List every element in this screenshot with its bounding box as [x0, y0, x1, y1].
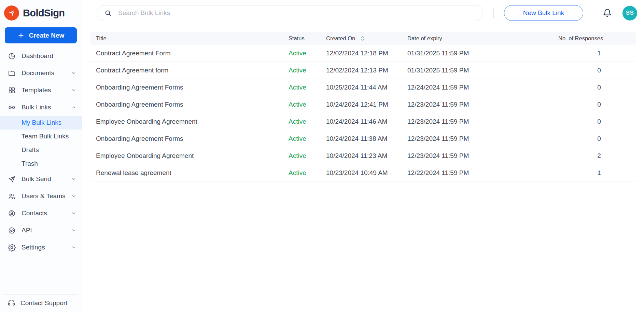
- dashboard-pie-icon: [8, 52, 16, 60]
- cell-status-badge: Active: [289, 152, 326, 160]
- chevron-down-icon: [71, 71, 76, 76]
- cell-status-badge: Active: [289, 67, 326, 74]
- sidebar-item-team-bulk-links[interactable]: Team Bulk Links: [0, 130, 82, 143]
- plus-icon: [17, 32, 25, 39]
- cell-status-badge: Active: [289, 135, 326, 143]
- sidebar-subitem-label: My Bulk Links: [22, 119, 61, 126]
- chevron-down-icon: [71, 211, 76, 216]
- column-header-date-of-expiry: Date of expiry: [407, 35, 558, 42]
- table-body: Contract Agreement Form Active 12/02/202…: [90, 45, 636, 181]
- cell-date-of-expiry: 12/24/2024 11:59 PM: [407, 84, 558, 91]
- table-row[interactable]: Onboarding Agreement Forms Active 10/24/…: [90, 130, 636, 147]
- column-header-status: Status: [289, 35, 326, 42]
- create-new-label: Create New: [29, 32, 65, 39]
- sidebar-item-my-bulk-links[interactable]: My Bulk Links: [0, 116, 82, 130]
- table-row[interactable]: Onboarding Agreement Forms Active 10/24/…: [90, 96, 636, 113]
- column-header-title: Title: [96, 35, 289, 42]
- sidebar-item-users-teams[interactable]: Users & Teams: [0, 188, 82, 205]
- cell-date-of-expiry: 12/22/2024 11:59 PM: [407, 169, 558, 177]
- main-content: New Bulk Link SS Title Status Created On…: [82, 0, 644, 312]
- sidebar-item-label: API: [22, 227, 32, 234]
- paper-plane-icon: [8, 175, 16, 183]
- table-row[interactable]: Renewal lease agreement Active 10/23/202…: [90, 164, 636, 181]
- sidebar-item-trash[interactable]: Trash: [0, 157, 82, 171]
- search-icon: [104, 10, 112, 17]
- sidebar-item-bulk-send[interactable]: Bulk Send: [0, 171, 82, 188]
- search-input[interactable]: [117, 9, 477, 17]
- cell-responses-count: 0: [558, 67, 630, 74]
- cell-title: Onboarding Agreement Forms: [96, 84, 289, 91]
- headset-icon: [8, 299, 15, 307]
- cell-status-badge: Active: [289, 84, 326, 91]
- sidebar-item-bulk-links[interactable]: Bulk Links: [0, 99, 82, 116]
- chevron-down-icon: [71, 177, 76, 181]
- cell-date-of-expiry: 12/23/2024 11:59 PM: [407, 135, 558, 143]
- table-row[interactable]: Contract Agreement Form Active 12/02/202…: [90, 45, 636, 62]
- sidebar-item-api[interactable]: API: [0, 222, 82, 239]
- brand-name: BoldSign: [23, 8, 65, 19]
- chevron-down-icon: [71, 88, 76, 93]
- user-avatar[interactable]: SS: [622, 6, 637, 21]
- cell-status-badge: Active: [289, 101, 326, 108]
- sidebar-nav: Dashboard Documents Templates: [0, 48, 82, 256]
- cell-created-on: 10/25/2024 11:44 AM: [326, 84, 407, 91]
- table-row[interactable]: Employee Onboarding Agreement Active 10/…: [90, 147, 636, 164]
- cell-date-of-expiry: 12/23/2024 11:59 PM: [407, 101, 558, 108]
- sidebar-item-templates[interactable]: Templates: [0, 82, 82, 99]
- cell-created-on: 12/02/2024 12:18 PM: [326, 50, 407, 57]
- cell-created-on: 10/24/2024 11:38 AM: [326, 135, 407, 143]
- cell-responses-count: 2: [558, 152, 630, 160]
- chevron-up-icon: [71, 105, 76, 110]
- cell-responses-count: 0: [558, 135, 630, 143]
- bulk-links-table: Title Status Created On Date of expiry N…: [90, 32, 636, 181]
- sidebar-item-label: Templates: [22, 86, 51, 94]
- table-row[interactable]: Employee Onboarding Agreemnent Active 10…: [90, 113, 636, 130]
- new-bulk-link-button[interactable]: New Bulk Link: [504, 5, 583, 21]
- create-new-button[interactable]: Create New: [5, 27, 77, 43]
- sidebar-item-label: Users & Teams: [22, 192, 65, 200]
- column-header-created-on: Created On: [326, 35, 407, 42]
- sidebar-item-drafts[interactable]: Drafts: [0, 143, 82, 157]
- cell-title: Contract Agreement form: [96, 67, 289, 74]
- sidebar-item-label: Bulk Send: [22, 175, 51, 183]
- cell-date-of-expiry: 01/31/2025 11:59 PM: [407, 50, 558, 57]
- chevron-down-icon: [71, 228, 76, 233]
- cell-title: Renewal lease agreement: [96, 169, 289, 177]
- cell-created-on: 10/24/2024 11:46 AM: [326, 118, 407, 125]
- cell-title: Employee Onboarding Agreement: [96, 152, 289, 160]
- cell-title: Onboarding Agreement Forms: [96, 135, 289, 143]
- table-row[interactable]: Onboarding Agreement Forms Active 10/25/…: [90, 79, 636, 96]
- brand-logo[interactable]: BoldSign: [0, 0, 82, 23]
- folder-icon: [8, 69, 16, 77]
- column-header-responses: No. of Responses: [558, 35, 630, 42]
- cell-responses-count: 0: [558, 118, 630, 125]
- sidebar-item-documents[interactable]: Documents: [0, 65, 82, 82]
- cell-title: Onboarding Agreement Forms: [96, 101, 289, 108]
- contact-support-button[interactable]: Contact Support: [4, 294, 78, 312]
- search-box[interactable]: [97, 5, 483, 21]
- code-circle-icon: [8, 227, 16, 234]
- cell-title: Contract Agreement Form: [96, 50, 289, 57]
- notifications-bell-icon[interactable]: [603, 9, 612, 18]
- cell-responses-count: 1: [558, 169, 630, 177]
- users-icon: [8, 192, 16, 200]
- sidebar-item-dashboard[interactable]: Dashboard: [0, 48, 82, 65]
- sort-ascending-icon: [361, 36, 364, 38]
- cell-status-badge: Active: [289, 169, 326, 177]
- cell-status-badge: Active: [289, 50, 326, 57]
- sort-created-on-control[interactable]: [361, 36, 364, 41]
- cell-responses-count: 1: [558, 50, 630, 57]
- link-icon: [8, 104, 16, 111]
- sidebar-subitem-label: Drafts: [22, 146, 39, 154]
- sidebar-item-contacts[interactable]: Contacts: [0, 205, 82, 222]
- sidebar-item-label: Contacts: [22, 209, 47, 217]
- cell-date-of-expiry: 12/23/2024 11:59 PM: [407, 152, 558, 160]
- sidebar-item-settings[interactable]: Settings: [0, 239, 82, 256]
- sidebar-subitem-label: Trash: [22, 160, 38, 167]
- cell-status-badge: Active: [289, 118, 326, 125]
- sidebar-item-label: Dashboard: [22, 52, 53, 60]
- table-row[interactable]: Contract Agreement form Active 12/02/202…: [90, 62, 636, 79]
- cell-created-on: 10/24/2024 12:41 PM: [326, 101, 407, 108]
- grid-icon: [8, 86, 16, 94]
- cell-date-of-expiry: 01/31/2025 11:59 PM: [407, 67, 558, 74]
